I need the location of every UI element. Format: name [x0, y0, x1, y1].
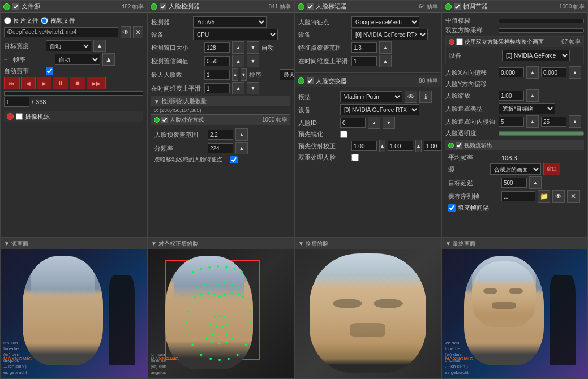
face-detector-power-btn[interactable]	[151, 3, 157, 10]
save-close-btn[interactable]: ✕	[567, 190, 580, 203]
fps-up[interactable]: ▲	[102, 53, 115, 66]
video-out-section[interactable]: 视频流输出	[445, 140, 584, 150]
sort-select[interactable]: 最大	[280, 69, 294, 80]
median-slider[interactable]	[499, 19, 584, 23]
video-out-checkbox[interactable]	[456, 142, 462, 149]
face-detector-checkbox[interactable]	[160, 3, 166, 10]
smooth-up[interactable]: ▲	[232, 82, 244, 94]
face-id-input[interactable]	[340, 118, 366, 128]
subsample-input[interactable]	[208, 143, 233, 153]
erode-input[interactable]	[499, 117, 524, 127]
smooth-down[interactable]: ▼	[247, 82, 259, 94]
align-y-input[interactable]	[388, 141, 413, 151]
x-offset-input2[interactable]	[541, 67, 566, 77]
marker-device-select[interactable]: [0] NVIDIA GeForce RTX 3	[351, 29, 428, 40]
face-marker-checkbox[interactable]	[307, 3, 314, 10]
max-faces-input[interactable]	[204, 70, 230, 80]
smooth-input[interactable]	[204, 83, 230, 93]
window-size-input[interactable]	[204, 42, 230, 53]
model-info-btn[interactable]: ℹ	[419, 91, 432, 103]
bicubic-header[interactable]: 使用双立方降采样模糊整个画面 67 帧率	[446, 37, 583, 47]
model-select[interactable]: Vladimir Putin	[340, 91, 402, 102]
model-eye-btn[interactable]: 👁	[405, 91, 417, 103]
ignore-moving-checkbox[interactable]	[230, 156, 238, 163]
face-marker-power-btn[interactable]	[298, 3, 304, 10]
x-offset-up2[interactable]: ▲	[569, 66, 581, 79]
transport-stop-btn[interactable]: ⏹	[70, 77, 85, 89]
transport-play-btn[interactable]: ▶	[37, 77, 51, 89]
subsample-up[interactable]: ▲	[235, 142, 248, 154]
face-id-up[interactable]: ▲	[368, 117, 380, 129]
bilateral-slider[interactable]	[499, 28, 584, 33]
target-width-select[interactable]: 自动	[46, 40, 91, 51]
scale-input[interactable]	[499, 91, 524, 101]
double-process-checkbox[interactable]	[351, 154, 359, 161]
transport-pause-btn[interactable]: ⏸	[53, 77, 68, 89]
blur-up[interactable]: ▲	[569, 115, 581, 128]
threshold-down[interactable]: ▼	[247, 55, 259, 67]
camera-power-btn[interactable]	[7, 113, 14, 120]
align-z-input[interactable]	[424, 141, 441, 151]
window-size-down[interactable]: ▼	[247, 41, 259, 54]
save-folder-btn[interactable]: 📁	[538, 190, 550, 203]
save-path-input[interactable]	[501, 191, 535, 201]
face-exchanger-checkbox[interactable]	[307, 77, 314, 84]
exchanger-device-select[interactable]: [0] NVIDIA GeForce RTX	[340, 104, 419, 115]
x-offset-input1[interactable]	[499, 67, 524, 77]
source-select[interactable]: 合成后的画面	[490, 163, 541, 175]
max-faces-down[interactable]: ▼	[241, 68, 247, 81]
align-x-input[interactable]	[351, 141, 377, 151]
marker-smooth-up[interactable]: ▲	[379, 55, 392, 67]
auto-clip-checkbox[interactable]	[46, 67, 53, 75]
range-up[interactable]: ▲	[379, 41, 392, 54]
marker-smooth-input[interactable]	[351, 56, 377, 66]
video-out-power-btn[interactable]	[448, 143, 454, 148]
max-faces-up[interactable]: ▲	[232, 68, 238, 81]
frame-adjuster-checkbox[interactable]	[454, 3, 461, 10]
target-width-up[interactable]: ▲	[93, 40, 106, 52]
face-exchanger-power-btn[interactable]	[298, 77, 304, 84]
detector-select[interactable]: YoloV5	[193, 16, 267, 28]
threshold-up[interactable]: ▲	[232, 55, 244, 67]
align-checkbox[interactable]	[161, 117, 168, 123]
x-offset-up[interactable]: ▲	[526, 66, 539, 79]
transport-rewind-btn[interactable]: ⏮	[4, 77, 20, 89]
face-coverage-input[interactable]	[208, 130, 233, 140]
file-eye-btn[interactable]: 👁	[121, 26, 131, 38]
save-eye-btn[interactable]: 👁	[552, 190, 565, 203]
face-id-down[interactable]: ▼	[383, 117, 395, 129]
face-coverage-up[interactable]: ▲	[235, 128, 248, 141]
file-source-power-btn[interactable]	[3, 3, 10, 10]
align-y-up[interactable]: ▲	[415, 140, 422, 152]
presharpen-checkbox[interactable]	[340, 131, 347, 138]
landmark-select[interactable]: Google FaceMesh	[351, 16, 419, 28]
delay-input[interactable]	[501, 178, 527, 188]
image-file-radio[interactable]	[4, 17, 11, 24]
mask-type-select[interactable]: 遮板*目标绕	[499, 103, 555, 114]
frame-adjuster-power-btn[interactable]	[445, 3, 452, 10]
file-source-checkbox[interactable]	[12, 3, 19, 10]
delay-up[interactable]: ▲	[529, 176, 542, 189]
window-btn[interactable]: 窗口	[543, 163, 560, 175]
transport-back-btn[interactable]: ◀	[21, 77, 36, 89]
fps-select[interactable]: 自动	[55, 54, 100, 65]
bicubic-checkbox[interactable]	[456, 38, 463, 45]
opacity-slider[interactable]	[499, 131, 584, 136]
detect-count-section[interactable]: ▼ 检测到的人脸数量	[151, 96, 290, 106]
device-select[interactable]: CPU	[193, 29, 278, 40]
align-section[interactable]: 人脸对齐方式 1000 帧率	[151, 114, 290, 125]
threshold-input[interactable]	[204, 56, 230, 66]
window-size-up[interactable]: ▲	[232, 41, 244, 54]
current-frame-input[interactable]	[4, 97, 29, 107]
transport-fwd-btn[interactable]: ▶▶	[87, 77, 106, 89]
bicubic-power-btn[interactable]	[449, 39, 454, 45]
blur-input[interactable]	[541, 117, 566, 127]
scale-up[interactable]: ▲	[526, 89, 539, 102]
fill-checkbox[interactable]	[448, 204, 456, 212]
align-power-btn[interactable]	[154, 117, 160, 123]
progress-bar[interactable]	[4, 91, 143, 96]
video-file-radio[interactable]	[41, 17, 48, 24]
align-x-up[interactable]: ▲	[379, 140, 385, 152]
file-close-btn[interactable]: ✕	[133, 26, 143, 38]
range-input[interactable]	[351, 42, 377, 53]
